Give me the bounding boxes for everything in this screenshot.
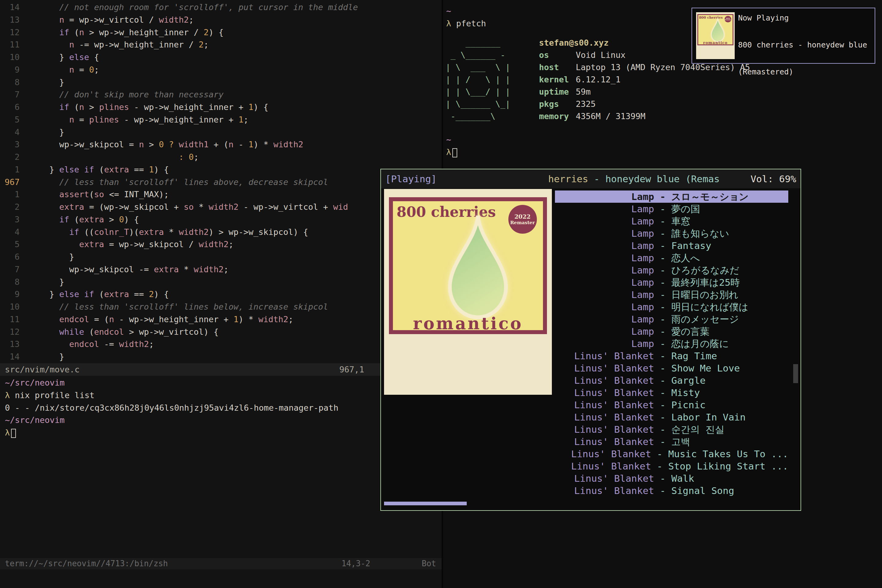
track-artist: Lamp <box>555 240 654 252</box>
playlist[interactable]: Lamp - スロ～モ～ションLamp - 夢の国Lamp - 車窓Lamp -… <box>555 190 788 497</box>
playlist-track-row[interactable]: Linus' Blanket - Walk <box>555 472 788 484</box>
code-line[interactable]: 3 if (extra > 0) { <box>0 213 442 226</box>
playlist-track-row[interactable]: Linus' Blanket - Gargle <box>555 374 788 387</box>
playlist-track-row[interactable]: Lamp - 愛の言葉 <box>555 325 788 338</box>
playlist-track-row[interactable]: Linus' Blanket - Music Takes Us To ... <box>555 448 788 460</box>
line-number: 1 <box>0 164 20 176</box>
playlist-scrollbar-thumb[interactable] <box>793 364 798 383</box>
playlist-track-row[interactable]: Linus' Blanket - Labor In Vain <box>555 411 788 423</box>
code-line[interactable]: 13 n = wp->w_virtcol / width2; <box>0 14 442 26</box>
line-number: 1 <box>0 188 20 201</box>
playlist-track-row[interactable]: Lamp - 恋人へ <box>555 252 788 264</box>
album-title-text: romantico <box>698 41 734 45</box>
playlist-track-row[interactable]: Linus' Blanket - Picnic <box>555 399 788 411</box>
code-line[interactable]: 6 if (n > plines - wp->w_height_inner + … <box>0 101 442 114</box>
code-line[interactable]: 12 while (endcol > wp->w_virtcol) { <box>0 326 442 338</box>
playlist-track-row[interactable]: Lamp - 明日になれば僕は <box>555 301 788 313</box>
playlist-track-row[interactable]: Lamp - ひろがるなみだ <box>555 264 788 276</box>
statusline-filename: src/nvim/move.c <box>5 363 80 376</box>
playlist-track-row[interactable]: Lamp - 最終列車は25時 <box>555 276 788 288</box>
line-number: 10 <box>0 51 20 64</box>
track-artist: Lamp <box>555 252 654 264</box>
code-line[interactable]: 2 : 0; <box>0 151 442 164</box>
track-artist: Linus' Blanket <box>555 374 654 387</box>
code-line[interactable]: 4 if ((colnr_T)(extra * width2) > wp->w_… <box>0 226 442 238</box>
track-separator: - <box>654 374 671 387</box>
track-title: Signal Song <box>671 484 734 497</box>
playlist-track-row[interactable]: Lamp - 雨のメッセージ <box>555 313 788 325</box>
line-number: 9 <box>0 64 20 76</box>
prompt-line-active[interactable]: λ <box>446 146 457 158</box>
code-line[interactable]: 967 // less than 'scrolloff' lines above… <box>0 176 442 189</box>
player-header: [Playing] herries - honeydew blue (Remas… <box>381 170 801 188</box>
code-line[interactable]: 5 n = plines - wp->w_height_inner + 1; <box>0 114 442 126</box>
code-line[interactable]: 1 assert(so <= INT_MAX); <box>0 188 442 201</box>
track-separator: - <box>654 399 671 411</box>
playlist-track-row[interactable]: Linus' Blanket - Misty <box>555 387 788 399</box>
pfetch-label: pkgs <box>539 98 576 110</box>
code-line[interactable]: 11 n -= wp->w_height_inner / 2; <box>0 39 442 51</box>
playlist-track-row[interactable]: Lamp - 夢の国 <box>555 203 788 215</box>
track-artist: Lamp <box>555 301 654 313</box>
teardrop-graphic <box>709 18 726 43</box>
track-title: 夢の国 <box>671 203 700 215</box>
code-line[interactable]: 12 if (n > wp->w_height_inner / 2) { <box>0 26 442 39</box>
playlist-track-row[interactable]: Lamp - Fantasy <box>555 240 788 252</box>
statusline-cursor-position: 967,1 <box>339 363 364 376</box>
track-title: Show Me Love <box>671 362 740 374</box>
code-line[interactable]: 11 endcol = (n - wp->w_height_inner + 1)… <box>0 313 442 326</box>
music-player-window[interactable]: [Playing] herries - honeydew blue (Remas… <box>380 169 801 511</box>
playlist-track-row[interactable]: Linus' Blanket - 순간의 진실 <box>555 423 788 435</box>
code-line[interactable]: 7 wp->w_skipcol -= extra * width2; <box>0 263 442 276</box>
terminal-buffer[interactable]: ~/src/neovimλ nix profile list0 - - /nix… <box>5 376 338 439</box>
code-line[interactable]: 2 extra = (wp->w_skipcol + so * width2 -… <box>0 201 442 213</box>
code-line[interactable]: 7 // don't skip more than necessary <box>0 88 442 101</box>
line-number: 5 <box>0 238 20 251</box>
playlist-track-row[interactable]: Linus' Blanket - Show Me Love <box>555 362 788 374</box>
terminal-statusline: term://~/src/neovim//4713:/bin/zsh 14,3-… <box>0 558 442 569</box>
playlist-track-row[interactable]: Linus' Blanket - Signal Song <box>555 484 788 497</box>
neovim-pane[interactable]: 14 // not enough room for 'scrolloff', p… <box>0 0 442 588</box>
code-lines[interactable]: 14 // not enough room for 'scrolloff', p… <box>0 1 442 363</box>
track-title: Stop Liking Start ... <box>668 460 788 472</box>
code-line[interactable]: 9 n = 0; <box>0 64 442 76</box>
pfetch-value: 6.12.12_1 <box>576 75 621 84</box>
playlist-track-row[interactable]: Lamp - 恋は月の蔭に <box>555 338 788 350</box>
track-separator: - <box>654 276 671 288</box>
track-artist: Linus' Blanket <box>555 472 654 484</box>
code-line[interactable]: 8 } <box>0 76 442 89</box>
seek-progress-bar[interactable] <box>384 502 467 506</box>
track-separator: - <box>654 435 671 448</box>
code-line[interactable]: 4 } <box>0 126 442 139</box>
playlist-track-row[interactable]: Lamp - 車窓 <box>555 215 788 227</box>
now-playing-notification[interactable]: 800 cherries 2022 Remaster romantico Now… <box>692 8 875 64</box>
track-artist: Linus' Blanket <box>555 423 654 435</box>
code-line[interactable]: 10 // less than 'scrolloff' lines below,… <box>0 301 442 313</box>
code-line[interactable]: 9 } else if (extra == 2) { <box>0 288 442 301</box>
line-number: 10 <box>0 301 20 313</box>
prompt-line: ~ <box>446 134 451 146</box>
pfetch-row: pkgs2325 <box>539 98 750 110</box>
code-line[interactable]: 10 } else { <box>0 51 442 64</box>
code-line[interactable]: 6 } <box>0 251 442 263</box>
playlist-track-row[interactable]: Linus' Blanket - Rag Time <box>555 350 788 362</box>
code-line[interactable]: 14 // not enough room for 'scrolloff', p… <box>0 1 442 14</box>
code-line[interactable]: 1 } else if (extra == 1) { <box>0 164 442 176</box>
track-title: Labor In Vain <box>671 411 746 423</box>
playlist-track-row[interactable]: Lamp - スロ～モ～ション <box>555 190 788 203</box>
code-line[interactable]: 3 wp->w_skipcol = n > 0 ? width1 + (n - … <box>0 138 442 151</box>
code-line[interactable]: 13 endcol -= width2; <box>0 338 442 351</box>
track-artist: Lamp <box>555 338 654 350</box>
line-number: 4 <box>0 126 20 139</box>
playlist-track-row[interactable]: Lamp - 誰も知らない <box>555 227 788 240</box>
code-line[interactable]: 14 } <box>0 351 442 363</box>
playlist-track-row[interactable]: Lamp - 日曜日のお別れ <box>555 288 788 301</box>
code-line[interactable]: 5 extra = wp->w_skipcol / width2; <box>0 238 442 251</box>
pfetch-value: Laptop 13 (AMD Ryzen 7040Series) A5 <box>576 63 750 72</box>
code-line[interactable]: 8 } <box>0 276 442 288</box>
pfetch-value: Void Linux <box>576 50 626 60</box>
track-separator: - <box>654 215 671 227</box>
playlist-track-row[interactable]: Linus' Blanket - 고백 <box>555 435 788 448</box>
track-title: 순간의 진실 <box>671 423 724 435</box>
playlist-track-row[interactable]: Linus' Blanket - Stop Liking Start ... <box>555 460 788 472</box>
